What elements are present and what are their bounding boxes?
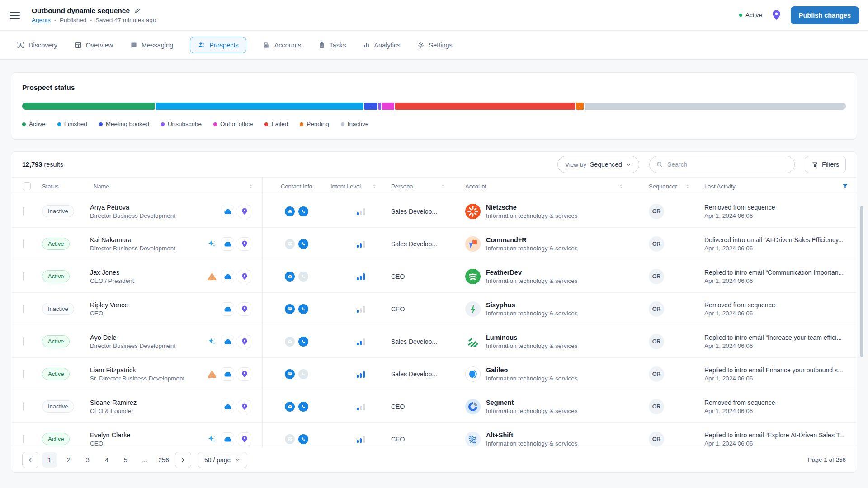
table-header-row: Status Name Contact Info Intent Level Pe… <box>11 177 857 195</box>
per-page-dropdown[interactable]: 50 / page <box>198 452 247 468</box>
header-name[interactable]: Name <box>90 178 263 195</box>
header-account[interactable]: Account <box>465 178 638 195</box>
search-input[interactable] <box>667 161 788 168</box>
shield-pin-badge-icon[interactable] <box>238 237 251 251</box>
tab-messaging[interactable]: Messaging <box>130 37 174 53</box>
sequencer-avatar[interactable]: OR <box>649 236 664 252</box>
shield-pin-badge-icon[interactable] <box>238 302 251 316</box>
shield-pin-badge-icon[interactable] <box>238 335 251 348</box>
breadcrumb-agents-link[interactable]: Agents <box>32 17 51 23</box>
tab-tasks[interactable]: Tasks <box>318 37 346 53</box>
email-icon[interactable] <box>285 369 295 379</box>
tab-settings[interactable]: Settings <box>417 37 453 53</box>
salesforce-cloud-icon[interactable] <box>221 335 234 348</box>
email-icon[interactable] <box>285 402 295 412</box>
phone-icon[interactable] <box>298 337 308 347</box>
sort-icon[interactable] <box>371 183 377 189</box>
column-filter-icon[interactable] <box>842 183 849 190</box>
shield-pin-badge-icon[interactable] <box>238 367 251 381</box>
table-body: Inactive Anya Petrova Director Business … <box>11 195 857 447</box>
row-checkbox[interactable] <box>23 435 24 443</box>
shield-pin-badge-icon[interactable] <box>238 270 251 283</box>
table-row[interactable]: Active Jax Jones CEO / President CEO Fea… <box>11 260 857 293</box>
tab-overview[interactable]: Overview <box>74 37 113 53</box>
table-row[interactable]: Inactive Ripley Vance CEO CEO Sisyphus I… <box>11 293 857 325</box>
row-checkbox[interactable] <box>23 305 24 313</box>
email-icon[interactable] <box>285 239 295 249</box>
header-sequencer[interactable]: Sequencer <box>638 178 693 195</box>
sequencer-avatar[interactable]: OR <box>649 432 664 447</box>
row-checkbox[interactable] <box>23 402 24 411</box>
header-persona[interactable]: Persona <box>391 178 465 195</box>
select-all-checkbox[interactable] <box>23 182 31 190</box>
tab-accounts[interactable]: Accounts <box>263 37 302 53</box>
table-row[interactable]: Active Liam Fitzpatrick Sr. Director Bus… <box>11 358 857 390</box>
salesforce-cloud-icon[interactable] <box>221 270 234 283</box>
page-button-1[interactable]: 1 <box>42 452 57 468</box>
menu-icon[interactable] <box>10 12 20 19</box>
row-checkbox[interactable] <box>23 337 24 346</box>
prospect-name: Jax Jones <box>90 269 134 276</box>
table-row[interactable]: Inactive Anya Petrova Director Business … <box>11 195 857 228</box>
scrollbar-thumb[interactable] <box>860 206 863 357</box>
salesforce-cloud-icon[interactable] <box>221 367 234 381</box>
table-row[interactable]: Inactive Sloane Ramirez CEO & Founder CE… <box>11 390 857 423</box>
email-icon[interactable] <box>285 304 295 314</box>
phone-icon[interactable] <box>298 304 308 314</box>
filters-button[interactable]: Filters <box>805 156 846 173</box>
sort-icon[interactable] <box>440 183 446 189</box>
sequencer-avatar[interactable]: OR <box>649 301 664 317</box>
page-button-5[interactable]: 5 <box>118 452 133 468</box>
tab-discovery[interactable]: Discovery <box>16 37 58 53</box>
sequencer-avatar[interactable]: OR <box>649 269 664 284</box>
page-button-2[interactable]: 2 <box>61 452 76 468</box>
phone-icon[interactable] <box>298 402 308 412</box>
page-button-3[interactable]: 3 <box>80 452 95 468</box>
legend-label: Meeting booked <box>106 121 149 127</box>
row-checkbox[interactable] <box>23 239 24 248</box>
row-checkbox[interactable] <box>23 272 24 281</box>
tab-prospects[interactable]: Prospects <box>190 37 246 53</box>
salesforce-cloud-icon[interactable] <box>221 302 234 316</box>
salesforce-cloud-icon[interactable] <box>221 432 234 446</box>
next-page-button[interactable] <box>175 452 191 468</box>
table-row[interactable]: Active Evelyn Clarke CEO CEO Alt+Shift I… <box>11 423 857 447</box>
previous-page-button[interactable] <box>22 452 38 468</box>
publish-changes-button[interactable]: Publish changes <box>791 6 859 24</box>
sort-icon[interactable] <box>248 183 254 189</box>
sort-icon[interactable] <box>618 183 624 189</box>
shield-pin-badge-icon[interactable] <box>238 432 251 446</box>
phone-icon[interactable] <box>298 206 308 216</box>
salesforce-cloud-icon[interactable] <box>221 237 234 251</box>
sequencer-avatar[interactable]: OR <box>649 399 664 414</box>
page-button-256[interactable]: 256 <box>156 452 171 468</box>
tab-analytics[interactable]: Analytics <box>363 37 401 53</box>
page-button-4[interactable]: 4 <box>99 452 114 468</box>
header-status[interactable]: Status <box>42 178 90 195</box>
shield-pin-badge-icon[interactable] <box>238 205 251 218</box>
search-box[interactable] <box>649 156 795 173</box>
row-checkbox[interactable] <box>23 207 24 216</box>
row-checkbox[interactable] <box>23 370 24 378</box>
salesforce-cloud-icon[interactable] <box>221 205 234 218</box>
phone-icon[interactable] <box>298 272 308 282</box>
shield-pin-icon[interactable] <box>770 9 783 21</box>
sequencer-avatar[interactable]: OR <box>649 334 664 349</box>
email-icon[interactable] <box>285 434 295 444</box>
table-row[interactable]: Active Kai Nakamura Director Business De… <box>11 228 857 260</box>
phone-icon[interactable] <box>298 434 308 444</box>
shield-pin-badge-icon[interactable] <box>238 400 251 413</box>
phone-icon[interactable] <box>298 239 308 249</box>
email-icon[interactable] <box>285 272 295 282</box>
phone-icon[interactable] <box>298 369 308 379</box>
sort-icon[interactable] <box>684 183 691 189</box>
salesforce-cloud-icon[interactable] <box>221 400 234 413</box>
sequencer-avatar[interactable]: OR <box>649 366 664 382</box>
email-icon[interactable] <box>285 337 295 347</box>
sequencer-avatar[interactable]: OR <box>649 204 664 219</box>
view-by-dropdown[interactable]: View by Sequenced <box>557 156 639 173</box>
header-intent-level[interactable]: Intent Level <box>330 178 391 195</box>
email-icon[interactable] <box>285 206 295 216</box>
edit-title-icon[interactable] <box>134 8 141 14</box>
table-row[interactable]: Active Ayo Dele Director Business Develo… <box>11 325 857 358</box>
